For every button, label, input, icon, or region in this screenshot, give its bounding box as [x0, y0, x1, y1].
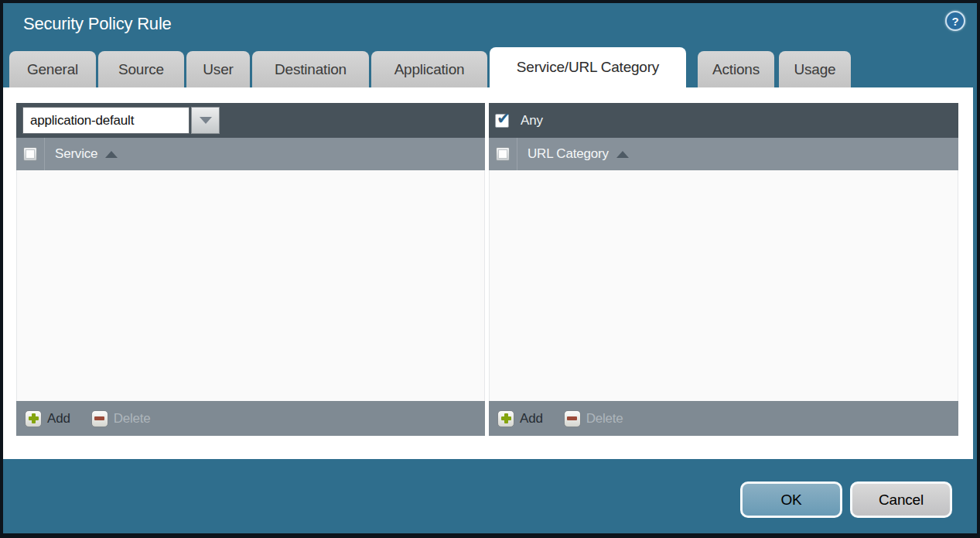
tab-bar: General Source User Destination Applicat…	[9, 47, 853, 87]
tab-source[interactable]: Source	[98, 51, 184, 87]
help-icon[interactable]: ?	[945, 11, 965, 31]
plus-icon	[25, 410, 42, 427]
service-panel: application-default Service Add	[16, 103, 485, 436]
service-type-dropdown-value[interactable]: application-default	[22, 107, 190, 134]
url-category-select-all-checkbox[interactable]	[496, 147, 510, 161]
minus-icon	[564, 410, 581, 427]
service-column-header: Service	[16, 138, 485, 170]
dropdown-button[interactable]	[191, 107, 220, 134]
any-checkbox[interactable]	[495, 114, 509, 128]
security-policy-rule-dialog: Security Policy Rule ? General Source Us…	[0, 0, 980, 538]
tab-service-url-category[interactable]: Service/URL Category	[490, 47, 686, 87]
help-icon-glyph: ?	[952, 15, 959, 28]
url-category-list[interactable]	[489, 170, 958, 401]
url-category-footer: Add Delete	[489, 401, 958, 436]
service-list[interactable]	[16, 170, 485, 401]
dialog-title: Security Policy Rule	[23, 14, 172, 34]
service-select-all-cell	[16, 138, 45, 170]
service-toolbar: application-default	[16, 103, 485, 138]
tab-application[interactable]: Application	[371, 51, 487, 87]
sort-ascending-icon[interactable]	[616, 151, 629, 158]
chevron-down-icon	[200, 117, 212, 124]
minus-icon	[91, 410, 108, 427]
service-add-button[interactable]: Add	[25, 410, 70, 427]
service-column-label[interactable]: Service	[55, 146, 97, 162]
url-category-select-all-cell	[489, 138, 517, 170]
tab-actions[interactable]: Actions	[698, 51, 774, 87]
tab-user[interactable]: User	[186, 51, 250, 87]
url-category-delete-button[interactable]: Delete	[564, 410, 623, 427]
url-category-panel: Any URL Category Add Delete	[489, 103, 958, 436]
tab-content: application-default Service Add	[3, 87, 973, 459]
cancel-button[interactable]: Cancel	[850, 481, 952, 518]
any-label: Any	[521, 113, 543, 129]
tab-general[interactable]: General	[9, 51, 96, 87]
url-category-column-header: URL Category	[489, 138, 958, 170]
service-delete-button[interactable]: Delete	[91, 410, 151, 427]
service-type-dropdown[interactable]: application-default	[22, 107, 220, 134]
service-footer: Add Delete	[16, 401, 485, 436]
url-category-column-label[interactable]: URL Category	[528, 146, 609, 162]
url-category-toolbar: Any	[489, 103, 958, 138]
service-select-all-checkbox[interactable]	[23, 147, 37, 161]
sort-ascending-icon[interactable]	[105, 151, 118, 158]
title-bar: Security Policy Rule ?	[3, 3, 977, 48]
url-category-add-button[interactable]: Add	[497, 410, 543, 427]
ok-button[interactable]: OK	[740, 481, 842, 518]
plus-icon	[497, 410, 514, 427]
tab-destination[interactable]: Destination	[252, 51, 369, 87]
tab-usage[interactable]: Usage	[779, 51, 851, 87]
